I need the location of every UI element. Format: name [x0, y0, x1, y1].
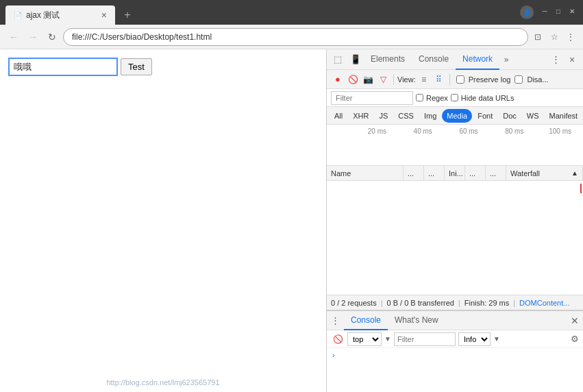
timeline-ruler: 20 ms 40 ms 60 ms 80 ms 100 ms: [327, 125, 583, 138]
address-icons: ⊡ ☆ ⋮: [531, 30, 578, 44]
close-button[interactable]: ✕: [567, 5, 578, 16]
address-input[interactable]: [63, 28, 528, 46]
type-all[interactable]: All: [330, 109, 347, 123]
camera-icon[interactable]: 📷: [361, 73, 375, 86]
window-controls: 👤 ─ □ ✕: [520, 5, 578, 19]
console-toolbar: 🚫 top ▼ Info ▼ ⚙: [327, 330, 583, 348]
type-js[interactable]: JS: [374, 109, 393, 123]
tab-network[interactable]: Network: [456, 49, 499, 70]
dom-content-link[interactable]: DOMContent...: [519, 299, 569, 307]
type-media[interactable]: Media: [442, 109, 472, 123]
forward-button[interactable]: →: [25, 29, 41, 45]
page-input[interactable]: [8, 58, 118, 76]
bookmark-icon[interactable]: ☆: [547, 30, 561, 44]
favicon-icon: 📄: [14, 12, 22, 19]
type-css[interactable]: CSS: [393, 109, 419, 123]
console-more-button[interactable]: ⋮: [331, 315, 340, 326]
view-group-icon[interactable]: ⠿: [432, 73, 446, 86]
record-button[interactable]: ●: [331, 73, 345, 86]
address-bar: ← → ↻ ⊡ ☆ ⋮: [0, 25, 583, 49]
toolbar-divider2: [449, 74, 450, 85]
console-no-icon[interactable]: 🚫: [331, 332, 345, 346]
reload-button[interactable]: ↻: [44, 29, 60, 45]
test-button[interactable]: Test: [121, 58, 152, 75]
filter-bar: Regex Hide data URLs: [327, 89, 583, 107]
watermark: http://blog.csdn.net/lmj623565791: [106, 378, 219, 387]
waterfall-sort-icon: ▲: [571, 169, 578, 177]
console-tabs: ⋮ Console What's New ✕: [327, 311, 583, 330]
th-name[interactable]: Name: [327, 166, 404, 180]
type-ws[interactable]: WS: [522, 109, 544, 123]
th-time[interactable]: ...: [486, 166, 506, 180]
type-doc[interactable]: Doc: [498, 109, 521, 123]
network-status-bar: 0 / 2 requests | 0 B / 0 B transferred |…: [327, 295, 583, 310]
type-filter: All XHR JS CSS Img Media Font Doc WS Man…: [327, 107, 583, 125]
requests-count: 0 / 2 requests: [331, 299, 377, 307]
devtools-panel: ⬚ 📱 Elements Console Network » ⋮ ×: [326, 49, 583, 392]
disable-label: Disa...: [527, 75, 548, 84]
th-type[interactable]: ...: [424, 166, 445, 180]
view-list-icon[interactable]: ≡: [417, 73, 431, 86]
toolbar-divider: [393, 74, 394, 85]
console-content: ›: [327, 348, 583, 392]
table-header: Name ... ... Ini... ... ... Waterfall ▲: [327, 166, 583, 181]
devtools-tabs: ⬚ 📱 Elements Console Network » ⋮ ×: [327, 49, 583, 70]
profile-icon[interactable]: 👤: [520, 5, 534, 19]
timeline-mark-40: 40 ms: [400, 127, 446, 135]
back-button[interactable]: ←: [5, 29, 22, 45]
console-tab[interactable]: Console: [344, 311, 388, 330]
browser-window: 📄 ajax 测试 × + 👤 ─ □ ✕ ← → ↻ ⊡ ☆ ⋮: [0, 0, 583, 392]
th-initiator[interactable]: Ini...: [445, 166, 465, 180]
maximize-button[interactable]: □: [553, 5, 564, 16]
new-tab-button[interactable]: +: [118, 5, 137, 25]
clear-button[interactable]: 🚫: [346, 73, 360, 86]
more-tabs-button[interactable]: »: [499, 55, 513, 64]
tab-elements[interactable]: Elements: [364, 49, 412, 70]
th-size[interactable]: ...: [465, 166, 486, 180]
console-filter-input[interactable]: [394, 332, 456, 346]
console-level-select[interactable]: Info: [458, 332, 491, 346]
bottom-console: ⋮ Console What's New ✕ 🚫 top ▼: [327, 310, 583, 392]
page-content: Test http://blog.csdn.net/lmj623565791: [0, 49, 326, 392]
regex-label: Regex: [426, 94, 448, 102]
view-label: View:: [397, 75, 416, 84]
minimize-button[interactable]: ─: [539, 5, 550, 16]
hide-data-checkbox[interactable]: [451, 94, 458, 101]
console-close-button[interactable]: ✕: [571, 315, 579, 326]
console-arrow[interactable]: ›: [332, 351, 335, 359]
preserve-log-checkbox[interactable]: [456, 75, 464, 84]
th-waterfall[interactable]: Waterfall ▲: [506, 166, 583, 180]
filter-input[interactable]: [331, 91, 413, 105]
whats-new-tab[interactable]: What's New: [388, 311, 445, 330]
page-controls: Test: [8, 58, 318, 76]
console-context-select[interactable]: top: [347, 332, 382, 346]
devtools-more-icon[interactable]: ⋮: [547, 51, 564, 68]
type-font[interactable]: Font: [473, 109, 497, 123]
filter-icon[interactable]: ▽: [376, 73, 390, 86]
disable-cache-checkbox[interactable]: [514, 75, 523, 84]
close-tab-button[interactable]: ×: [101, 10, 107, 21]
th-status[interactable]: ...: [404, 166, 424, 180]
table-rows: [327, 181, 583, 295]
transferred-size: 0 B / 0 B transferred: [387, 299, 454, 307]
type-manifest[interactable]: Manifest: [545, 109, 583, 123]
browser-tab[interactable]: 📄 ajax 测试 ×: [5, 5, 115, 25]
devtools-tab-icons: ⬚ 📱: [330, 51, 364, 68]
network-toolbar: ● 🚫 📷 ▽ View: ≡ ⠿ Preserve log Disa...: [327, 70, 583, 89]
inspect-icon[interactable]: ⬚: [330, 51, 346, 68]
preserve-log-label: Preserve log: [469, 75, 511, 84]
cast-icon[interactable]: ⊡: [531, 30, 545, 44]
devtools-close-button[interactable]: ×: [564, 51, 580, 68]
regex-checkbox[interactable]: [416, 94, 423, 101]
device-icon[interactable]: 📱: [347, 51, 364, 68]
tab-area: 📄 ajax 测试 × +: [5, 0, 517, 25]
hide-data-label: Hide data URLs: [461, 94, 514, 102]
menu-icon[interactable]: ⋮: [564, 30, 578, 44]
type-xhr[interactable]: XHR: [348, 109, 373, 123]
waterfall-label: Waterfall: [510, 169, 540, 177]
type-img[interactable]: Img: [419, 109, 441, 123]
finish-time: Finish: 29 ms: [464, 299, 509, 307]
timeline-mark-100: 100 ms: [537, 127, 583, 135]
console-settings-icon[interactable]: ⚙: [571, 334, 579, 344]
tab-console[interactable]: Console: [412, 49, 456, 70]
